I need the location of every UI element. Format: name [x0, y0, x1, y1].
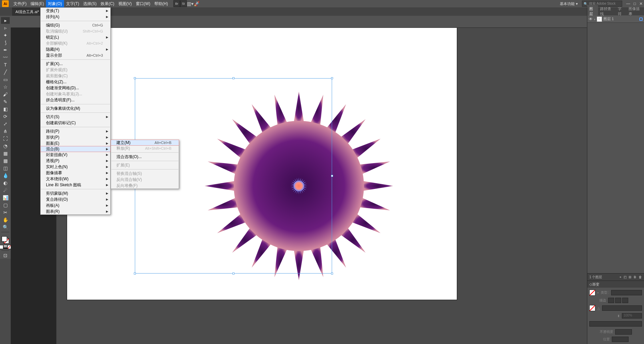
menu-file[interactable]: 文件(F)	[11, 0, 29, 8]
menu-help[interactable]: 帮助(H)	[152, 0, 170, 8]
menu-item[interactable]: 形状(P)▶	[41, 134, 110, 140]
layer-row[interactable]: 👁 › ✳ 图层 1	[587, 15, 644, 23]
direct-selection-tool[interactable]: ▹	[1, 24, 10, 31]
selection-handle[interactable]	[331, 77, 333, 79]
menu-item[interactable]: 图案(E)▶	[41, 140, 110, 146]
bridge-icon[interactable]: Br	[173, 0, 180, 7]
gradient-preview-swatch[interactable]	[589, 290, 595, 296]
menu-item[interactable]: 画板(A)▶	[41, 202, 110, 208]
color-mode-icon[interactable]	[0, 245, 3, 249]
aspect-field[interactable]: 100%	[622, 313, 642, 318]
menu-item[interactable]: 实时上色(N)▶	[41, 164, 110, 170]
new-sublayer-icon[interactable]: ⊞	[629, 275, 631, 279]
mesh-tool[interactable]: ▩	[1, 157, 10, 164]
gradient-slider[interactable]	[589, 321, 642, 327]
selection-indicator-icon[interactable]	[639, 17, 643, 21]
locate-icon[interactable]: ⌖	[620, 275, 622, 279]
menu-item[interactable]: 栅格化(Z)...	[41, 79, 110, 85]
scale-tool[interactable]: ⤢	[1, 120, 10, 127]
menu-item[interactable]: 隐藏(H)▶	[41, 46, 110, 52]
menu-item[interactable]: 路径(P)▶	[41, 128, 110, 134]
fill-stroke-swatches[interactable]	[1, 236, 10, 244]
selection-handle[interactable]	[331, 273, 333, 275]
angle-field[interactable]	[602, 305, 642, 311]
menu-item[interactable]: 混合选项(O)...	[111, 154, 179, 160]
menu-item[interactable]: 透视(P)▶	[41, 158, 110, 164]
expand-arrow-icon[interactable]: ›	[594, 17, 595, 21]
make-clip-icon[interactable]: ◰	[624, 275, 627, 279]
menu-select[interactable]: 选择(S)	[81, 0, 99, 8]
menu-item[interactable]: 切片(S)▶	[41, 114, 110, 120]
selection-handle[interactable]	[232, 273, 234, 275]
gpu-icon[interactable]: 🚀	[194, 0, 200, 7]
stock-icon[interactable]: St	[180, 0, 187, 7]
selection-handle[interactable]	[134, 273, 136, 275]
gradient-mode-icon[interactable]	[3, 245, 7, 249]
menu-item[interactable]: 扩展(X)...	[41, 61, 110, 67]
stroke-opt1[interactable]	[608, 298, 614, 303]
menu-item[interactable]: 编组(G)Ctrl+G	[41, 22, 110, 28]
menu-item[interactable]: 复合路径(O)▶	[41, 196, 110, 202]
lasso-tool[interactable]: ⟆	[1, 39, 10, 46]
layer-name[interactable]: 图层 1	[603, 16, 614, 21]
menu-item[interactable]: 文本绕排(W)▶	[41, 176, 110, 182]
stroke-opt2[interactable]	[615, 298, 621, 303]
star-tool[interactable]: ☆	[1, 84, 10, 90]
slice-tool[interactable]: ✂	[1, 209, 10, 216]
gradient-edit-swatch[interactable]	[589, 305, 595, 311]
menu-item[interactable]: 建立(M)Alt+Ctrl+B	[111, 140, 179, 146]
eyedropper-tool[interactable]: 💧	[1, 172, 10, 179]
eraser-tool[interactable]: ◧	[1, 106, 10, 112]
menu-item[interactable]: 变换(T)▶	[41, 8, 110, 14]
menu-item[interactable]: 锁定(L)▶	[41, 34, 110, 40]
pen-tool[interactable]: ✒	[1, 47, 10, 53]
width-tool[interactable]: ⋔	[1, 128, 10, 135]
menu-item[interactable]: 图像描摹▶	[41, 170, 110, 176]
menu-edit[interactable]: 编辑(E)	[29, 0, 46, 8]
free-transform-tool[interactable]: ⛶	[1, 135, 10, 142]
menu-item[interactable]: Line 和 Sketch 图稿▶	[41, 182, 110, 188]
perspective-tool[interactable]: ▦	[1, 150, 10, 157]
type-tool[interactable]: T	[1, 61, 10, 68]
blend-tool[interactable]: ◐	[1, 180, 10, 186]
gradient-tool[interactable]: ◫	[1, 165, 10, 171]
selection-handle[interactable]	[134, 77, 136, 79]
graph-tool[interactable]: 📊	[1, 194, 10, 201]
stroke-opt3[interactable]	[622, 298, 628, 303]
menu-view[interactable]: 视图(V)	[116, 0, 134, 8]
menu-item[interactable]: 图表(R)▶	[41, 208, 110, 214]
arrange-docs-icon[interactable]: ▥▾	[187, 0, 194, 7]
paintbrush-tool[interactable]: 🖌	[1, 91, 10, 98]
line-tool[interactable]: ╱	[1, 69, 10, 76]
delete-layer-icon[interactable]: 🗑	[639, 275, 642, 279]
menu-item[interactable]: 剪切蒙版(M)▶	[41, 190, 110, 196]
menu-item[interactable]: 创建渐变网格(D)...	[41, 85, 110, 91]
menu-item[interactable]: 拼合透明度(F)...	[41, 97, 110, 103]
menu-item[interactable]: 显示全部Alt+Ctrl+3	[41, 52, 110, 58]
selection-handle[interactable]	[232, 77, 234, 79]
hand-tool[interactable]: ✋	[1, 216, 10, 223]
symbol-sprayer-tool[interactable]: ☄	[1, 187, 10, 194]
selection-tool[interactable]: ▸	[1, 17, 10, 24]
rectangle-tool[interactable]: ▭	[1, 76, 10, 83]
menu-item[interactable]: 混合(B)▶	[40, 146, 111, 152]
menu-item[interactable]: 创建裁切标记(C)	[41, 120, 110, 126]
screen-mode-icon[interactable]: ⊡	[1, 252, 10, 259]
magic-wand-tool[interactable]: ✦	[1, 32, 10, 39]
menu-item[interactable]: 排列(A)▶	[41, 14, 110, 20]
visibility-icon[interactable]: 👁	[589, 17, 593, 21]
position-field[interactable]	[612, 337, 629, 342]
opacity-field[interactable]	[615, 329, 632, 335]
menu-item[interactable]: 设为像素级优化(M)	[41, 105, 110, 111]
menu-effect[interactable]: 效果(C)	[99, 0, 116, 8]
workspace-switcher[interactable]: 基本功能▾	[558, 1, 580, 7]
pencil-tool[interactable]: ✎	[1, 98, 10, 105]
artboard-tool[interactable]: ▢	[1, 202, 10, 208]
shape-builder-tool[interactable]: ◔	[1, 143, 10, 149]
menu-object[interactable]: 对象(O)	[46, 0, 64, 8]
zoom-tool[interactable]: 🔍	[1, 224, 10, 231]
gradient-type-field[interactable]	[611, 290, 642, 295]
new-layer-icon[interactable]: 🗎	[633, 275, 637, 279]
menu-type[interactable]: 文字(T)	[64, 0, 81, 8]
menu-window[interactable]: 窗口(W)	[134, 0, 152, 8]
